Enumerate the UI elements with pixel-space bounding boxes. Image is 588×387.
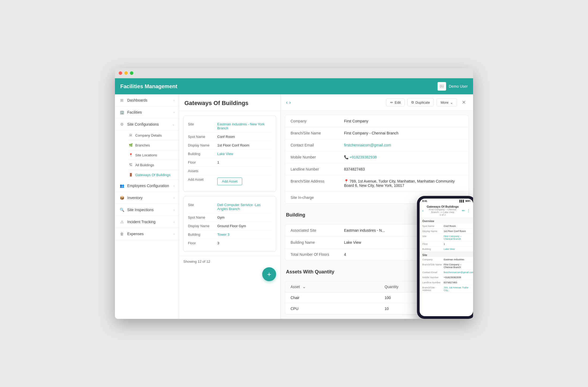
add-asset-button[interactable]: Add Asset <box>217 177 242 185</box>
sidebar-item-inventory[interactable]: 📦 Inventory › <box>115 192 179 204</box>
contact-email-label: Contact Email <box>291 143 344 147</box>
asset-name: Chair <box>285 292 379 303</box>
record-row-display-2: Display Name Ground Floor Gym <box>188 222 272 230</box>
site-value-2[interactable]: Dell Computer Serivice -Las Angles Branc… <box>217 203 272 211</box>
mobile-back-button[interactable]: ‹ <box>422 208 424 213</box>
sidebar-item-site-configurations[interactable]: ⚙ Site Configurations ⌄ <box>115 118 179 130</box>
mobile-row-value[interactable]: firstchennaicom@gmail.com <box>444 271 473 274</box>
content-area: Gateways Of Buildings Site Eastman indus… <box>179 94 473 319</box>
spot-label-2: Spot Name <box>188 215 217 219</box>
record-row-building: Building Lake View <box>188 150 272 158</box>
site-label: Site <box>188 122 217 130</box>
close-window-btn[interactable] <box>119 71 122 75</box>
chevron-icon: › <box>173 184 175 187</box>
assets-value <box>217 169 272 173</box>
add-record-button[interactable]: + <box>262 267 276 281</box>
edit-button[interactable]: ✏ Edit <box>386 98 405 107</box>
detail-row-contact-email: Contact Email firstchennaicom@gmail.com <box>285 139 469 151</box>
spot-label: Spot Name <box>188 135 217 139</box>
mobile-row-label: Contact Email <box>422 271 444 274</box>
site-config-icon: ⚙ <box>119 122 125 127</box>
sidebar-sub-item-company-details[interactable]: 🏛 Company Details <box>128 130 179 140</box>
record-card-2[interactable]: Site Dell Computer Serivice -Las Angles … <box>183 196 276 252</box>
user-section: DU Demo User <box>438 82 468 91</box>
inventory-icon: 📦 <box>119 195 125 200</box>
building-value[interactable]: Lake View <box>217 152 272 156</box>
record-row-spot-2: Spot Name Gym <box>188 213 272 222</box>
sidebar-item-label: Site Inspections <box>127 208 154 212</box>
mobile-overview-rows: Spot Name Conf Room Display Name 1st Flo… <box>420 224 473 252</box>
sub-item-label: All Buildings <box>135 163 154 167</box>
display-label: Display Name <box>188 143 217 147</box>
sidebar-item-expenses[interactable]: 🗑 Expenses › <box>115 228 179 240</box>
mobile-time: 9:41 <box>422 200 427 202</box>
mobile-row-value: Conf Room <box>444 225 470 227</box>
floor-label: Floor <box>188 160 217 164</box>
sub-item-label: Branches <box>135 143 150 147</box>
duplicate-icon: ⧉ <box>411 100 414 105</box>
record-row-building-2: Building Tower 3 <box>188 230 272 239</box>
company-value: First Company <box>344 119 463 123</box>
app-title: Facilities Management <box>120 83 177 90</box>
building-name-label: Building Name <box>291 240 344 245</box>
site-value[interactable]: Eastman industires - New York Branch <box>217 122 272 130</box>
mac-titlebar <box>115 68 473 78</box>
sidebar-item-label: Inventory <box>127 196 143 200</box>
sidebar-item-employees[interactable]: 👥 Employees Configuration › <box>115 180 179 192</box>
more-button[interactable]: More ⌄ <box>436 98 457 107</box>
sidebar-sub-item-branches[interactable]: 🌿 Branches <box>128 140 179 150</box>
mobile-more-icon[interactable]: ⋮ <box>467 208 470 213</box>
duplicate-button[interactable]: ⧉ Duplicate <box>407 98 434 107</box>
sidebar-item-label: Facilities <box>127 110 142 114</box>
detail-row-mobile: Mobile Number 📞 +918239382938 <box>285 151 469 163</box>
mobile-row: Contact Email firstchennaicom@gmail.com <box>420 270 473 275</box>
sidebar-sub-item-gateways[interactable]: 🚪 Gateways Of Buildings <box>128 170 179 180</box>
prev-arrow-icon[interactable]: ‹ <box>286 100 288 105</box>
sidebar-item-incident-tracking[interactable]: ⚠ Incident Tracking › <box>115 216 179 228</box>
mobile-row: Spot Name Conf Room <box>420 224 473 229</box>
mobile-overview-label: Overview <box>420 218 473 224</box>
mobile-row-label: Building <box>422 248 444 250</box>
sidebar-sub-item-site-locations[interactable]: 📍 Site Locations <box>128 150 179 160</box>
mobile-screen: 9:41 ▌▌▌ WiFi ‹ Gateways Of Buildings Fi… <box>420 199 473 316</box>
contact-email-value[interactable]: firstchennaicom@gmail.com <box>344 143 463 147</box>
mobile-row: Company Eastman Industries <box>420 257 473 262</box>
mobile-row-value[interactable]: Lake View <box>444 248 470 250</box>
site-label-2: Site <box>188 203 217 211</box>
mobile-site-rows: Company Eastman Industries Branch/Site N… <box>420 257 473 293</box>
mobile-title: Gateways Of Buildings <box>425 205 460 208</box>
mobile-row-value: 1 <box>444 243 470 245</box>
next-arrow-icon[interactable]: › <box>289 100 291 105</box>
sidebar-item-site-inspections[interactable]: 🔍 Site Inspections › <box>115 204 179 216</box>
sidebar-item-facilities[interactable]: 🏢 Facilities › <box>115 106 179 118</box>
branch-site-name-value: First Company - Chennai Branch <box>344 131 463 135</box>
mobile-header-icons: ✏ ⋮ <box>462 208 470 213</box>
building-value-2[interactable]: Tower 3 <box>217 233 272 237</box>
list-panel: Gateways Of Buildings Site Eastman indus… <box>179 94 281 319</box>
mobile-row-label: Site <box>422 235 444 238</box>
svg-text:DU: DU <box>440 85 444 88</box>
sidebar-item-dashboards[interactable]: ⊞ Dashboards › <box>115 94 179 106</box>
minimize-window-btn[interactable] <box>124 71 128 75</box>
record-row-site-2: Site Dell Computer Serivice -Las Angles … <box>188 201 272 213</box>
detail-row-address: Branch/Site Address 📍 769, 1st Avenue, T… <box>285 175 469 192</box>
record-row-assets: Assets <box>188 167 272 175</box>
mobile-row: Floor 1 <box>420 242 473 247</box>
nav-arrows[interactable]: ‹ › <box>286 100 291 105</box>
sidebar-item-label: Dashboards <box>127 98 148 102</box>
showing-count: Showing 12 of 12 <box>179 256 280 267</box>
sort-icon[interactable]: ⌄ <box>303 285 306 289</box>
site-incharge-label: Site In-charge <box>291 195 344 200</box>
maximize-window-btn[interactable] <box>130 71 133 75</box>
mobile-row-value[interactable]: 769, 1st Avenue, Tudor City... <box>444 286 470 292</box>
asset-col-header: Asset ⌄ <box>285 281 379 292</box>
record-card-1[interactable]: Site Eastman industires - New York Branc… <box>183 115 276 192</box>
sidebar-item-label: Employees Configuration <box>127 184 169 188</box>
detail-close-button[interactable]: ✕ <box>460 98 468 106</box>
sidebar-sub-item-all-buildings[interactable]: 🏗 All Buildings <box>128 160 179 170</box>
mobile-edit-icon[interactable]: ✏ <box>462 208 465 213</box>
chevron-icon: › <box>173 232 175 235</box>
mobile-row-value: +918239382938 <box>444 276 470 279</box>
mobile-row-value[interactable]: First Company – Chennai Branch <box>444 235 470 240</box>
mobile-row-value: Eastman Industries <box>444 258 470 261</box>
